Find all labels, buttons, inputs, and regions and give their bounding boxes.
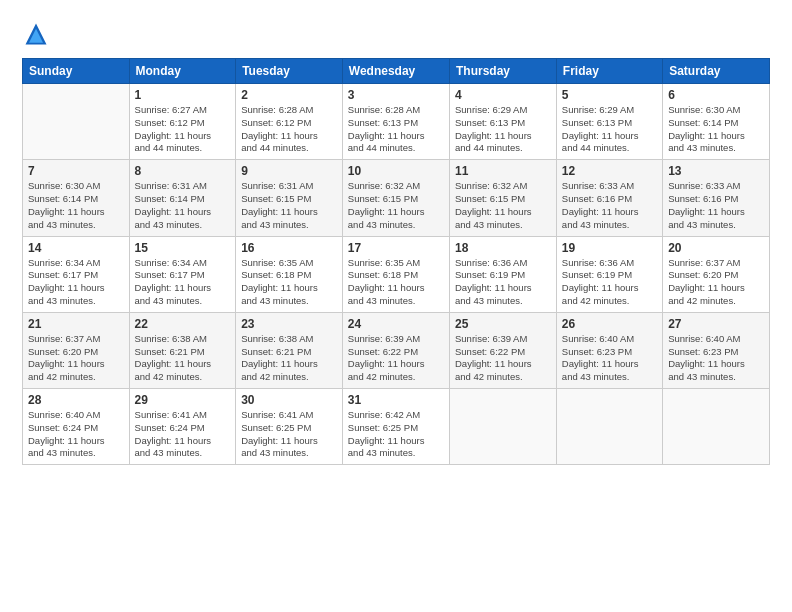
calendar-day bbox=[450, 389, 557, 465]
day-info: Sunrise: 6:27 AM Sunset: 6:12 PM Dayligh… bbox=[135, 104, 231, 155]
day-info: Sunrise: 6:41 AM Sunset: 6:25 PM Dayligh… bbox=[241, 409, 337, 460]
calendar-day: 24Sunrise: 6:39 AM Sunset: 6:22 PM Dayli… bbox=[342, 312, 449, 388]
day-info: Sunrise: 6:40 AM Sunset: 6:24 PM Dayligh… bbox=[28, 409, 124, 460]
day-number: 6 bbox=[668, 88, 764, 102]
day-info: Sunrise: 6:31 AM Sunset: 6:15 PM Dayligh… bbox=[241, 180, 337, 231]
day-info: Sunrise: 6:34 AM Sunset: 6:17 PM Dayligh… bbox=[135, 257, 231, 308]
day-info: Sunrise: 6:37 AM Sunset: 6:20 PM Dayligh… bbox=[28, 333, 124, 384]
day-info: Sunrise: 6:28 AM Sunset: 6:13 PM Dayligh… bbox=[348, 104, 444, 155]
calendar-table: SundayMondayTuesdayWednesdayThursdayFrid… bbox=[22, 58, 770, 465]
calendar-day: 28Sunrise: 6:40 AM Sunset: 6:24 PM Dayli… bbox=[23, 389, 130, 465]
day-info: Sunrise: 6:32 AM Sunset: 6:15 PM Dayligh… bbox=[455, 180, 551, 231]
day-info: Sunrise: 6:28 AM Sunset: 6:12 PM Dayligh… bbox=[241, 104, 337, 155]
calendar-week-3: 14Sunrise: 6:34 AM Sunset: 6:17 PM Dayli… bbox=[23, 236, 770, 312]
day-info: Sunrise: 6:39 AM Sunset: 6:22 PM Dayligh… bbox=[455, 333, 551, 384]
calendar-day: 7Sunrise: 6:30 AM Sunset: 6:14 PM Daylig… bbox=[23, 160, 130, 236]
calendar-week-1: 1Sunrise: 6:27 AM Sunset: 6:12 PM Daylig… bbox=[23, 84, 770, 160]
day-info: Sunrise: 6:31 AM Sunset: 6:14 PM Dayligh… bbox=[135, 180, 231, 231]
day-info: Sunrise: 6:29 AM Sunset: 6:13 PM Dayligh… bbox=[562, 104, 657, 155]
calendar-day: 26Sunrise: 6:40 AM Sunset: 6:23 PM Dayli… bbox=[556, 312, 662, 388]
day-number: 31 bbox=[348, 393, 444, 407]
day-info: Sunrise: 6:30 AM Sunset: 6:14 PM Dayligh… bbox=[668, 104, 764, 155]
day-info: Sunrise: 6:38 AM Sunset: 6:21 PM Dayligh… bbox=[135, 333, 231, 384]
day-number: 3 bbox=[348, 88, 444, 102]
calendar-day: 30Sunrise: 6:41 AM Sunset: 6:25 PM Dayli… bbox=[236, 389, 343, 465]
calendar-day: 16Sunrise: 6:35 AM Sunset: 6:18 PM Dayli… bbox=[236, 236, 343, 312]
day-number: 15 bbox=[135, 241, 231, 255]
calendar-day: 31Sunrise: 6:42 AM Sunset: 6:25 PM Dayli… bbox=[342, 389, 449, 465]
day-number: 12 bbox=[562, 164, 657, 178]
day-info: Sunrise: 6:39 AM Sunset: 6:22 PM Dayligh… bbox=[348, 333, 444, 384]
day-number: 1 bbox=[135, 88, 231, 102]
calendar-day: 25Sunrise: 6:39 AM Sunset: 6:22 PM Dayli… bbox=[450, 312, 557, 388]
calendar-day: 8Sunrise: 6:31 AM Sunset: 6:14 PM Daylig… bbox=[129, 160, 236, 236]
calendar-week-5: 28Sunrise: 6:40 AM Sunset: 6:24 PM Dayli… bbox=[23, 389, 770, 465]
day-number: 2 bbox=[241, 88, 337, 102]
day-number: 19 bbox=[562, 241, 657, 255]
calendar-day: 27Sunrise: 6:40 AM Sunset: 6:23 PM Dayli… bbox=[663, 312, 770, 388]
calendar-day: 2Sunrise: 6:28 AM Sunset: 6:12 PM Daylig… bbox=[236, 84, 343, 160]
day-info: Sunrise: 6:35 AM Sunset: 6:18 PM Dayligh… bbox=[241, 257, 337, 308]
calendar-day: 9Sunrise: 6:31 AM Sunset: 6:15 PM Daylig… bbox=[236, 160, 343, 236]
day-number: 22 bbox=[135, 317, 231, 331]
calendar-day: 22Sunrise: 6:38 AM Sunset: 6:21 PM Dayli… bbox=[129, 312, 236, 388]
calendar-day: 4Sunrise: 6:29 AM Sunset: 6:13 PM Daylig… bbox=[450, 84, 557, 160]
logo-icon bbox=[22, 20, 50, 48]
calendar-header-row: SundayMondayTuesdayWednesdayThursdayFrid… bbox=[23, 59, 770, 84]
day-number: 26 bbox=[562, 317, 657, 331]
calendar-week-4: 21Sunrise: 6:37 AM Sunset: 6:20 PM Dayli… bbox=[23, 312, 770, 388]
day-info: Sunrise: 6:30 AM Sunset: 6:14 PM Dayligh… bbox=[28, 180, 124, 231]
col-header-monday: Monday bbox=[129, 59, 236, 84]
day-number: 4 bbox=[455, 88, 551, 102]
day-info: Sunrise: 6:34 AM Sunset: 6:17 PM Dayligh… bbox=[28, 257, 124, 308]
calendar-day bbox=[23, 84, 130, 160]
day-info: Sunrise: 6:38 AM Sunset: 6:21 PM Dayligh… bbox=[241, 333, 337, 384]
day-info: Sunrise: 6:33 AM Sunset: 6:16 PM Dayligh… bbox=[668, 180, 764, 231]
calendar-day: 3Sunrise: 6:28 AM Sunset: 6:13 PM Daylig… bbox=[342, 84, 449, 160]
day-number: 25 bbox=[455, 317, 551, 331]
calendar-day: 5Sunrise: 6:29 AM Sunset: 6:13 PM Daylig… bbox=[556, 84, 662, 160]
col-header-wednesday: Wednesday bbox=[342, 59, 449, 84]
day-number: 9 bbox=[241, 164, 337, 178]
day-info: Sunrise: 6:36 AM Sunset: 6:19 PM Dayligh… bbox=[562, 257, 657, 308]
calendar-day: 15Sunrise: 6:34 AM Sunset: 6:17 PM Dayli… bbox=[129, 236, 236, 312]
col-header-saturday: Saturday bbox=[663, 59, 770, 84]
col-header-friday: Friday bbox=[556, 59, 662, 84]
calendar-day: 6Sunrise: 6:30 AM Sunset: 6:14 PM Daylig… bbox=[663, 84, 770, 160]
calendar-day: 11Sunrise: 6:32 AM Sunset: 6:15 PM Dayli… bbox=[450, 160, 557, 236]
calendar-day: 23Sunrise: 6:38 AM Sunset: 6:21 PM Dayli… bbox=[236, 312, 343, 388]
calendar-day: 18Sunrise: 6:36 AM Sunset: 6:19 PM Dayli… bbox=[450, 236, 557, 312]
day-number: 11 bbox=[455, 164, 551, 178]
calendar-day: 20Sunrise: 6:37 AM Sunset: 6:20 PM Dayli… bbox=[663, 236, 770, 312]
day-info: Sunrise: 6:40 AM Sunset: 6:23 PM Dayligh… bbox=[668, 333, 764, 384]
day-number: 27 bbox=[668, 317, 764, 331]
calendar-day: 12Sunrise: 6:33 AM Sunset: 6:16 PM Dayli… bbox=[556, 160, 662, 236]
day-number: 17 bbox=[348, 241, 444, 255]
day-number: 7 bbox=[28, 164, 124, 178]
calendar-day bbox=[556, 389, 662, 465]
calendar-day: 1Sunrise: 6:27 AM Sunset: 6:12 PM Daylig… bbox=[129, 84, 236, 160]
day-info: Sunrise: 6:32 AM Sunset: 6:15 PM Dayligh… bbox=[348, 180, 444, 231]
day-number: 8 bbox=[135, 164, 231, 178]
col-header-tuesday: Tuesday bbox=[236, 59, 343, 84]
day-number: 23 bbox=[241, 317, 337, 331]
calendar-day: 10Sunrise: 6:32 AM Sunset: 6:15 PM Dayli… bbox=[342, 160, 449, 236]
day-number: 13 bbox=[668, 164, 764, 178]
calendar-day: 17Sunrise: 6:35 AM Sunset: 6:18 PM Dayli… bbox=[342, 236, 449, 312]
day-number: 21 bbox=[28, 317, 124, 331]
day-number: 10 bbox=[348, 164, 444, 178]
calendar-day: 21Sunrise: 6:37 AM Sunset: 6:20 PM Dayli… bbox=[23, 312, 130, 388]
day-number: 16 bbox=[241, 241, 337, 255]
calendar-week-2: 7Sunrise: 6:30 AM Sunset: 6:14 PM Daylig… bbox=[23, 160, 770, 236]
day-info: Sunrise: 6:35 AM Sunset: 6:18 PM Dayligh… bbox=[348, 257, 444, 308]
day-number: 24 bbox=[348, 317, 444, 331]
calendar-day: 19Sunrise: 6:36 AM Sunset: 6:19 PM Dayli… bbox=[556, 236, 662, 312]
calendar-day: 29Sunrise: 6:41 AM Sunset: 6:24 PM Dayli… bbox=[129, 389, 236, 465]
day-info: Sunrise: 6:41 AM Sunset: 6:24 PM Dayligh… bbox=[135, 409, 231, 460]
day-number: 30 bbox=[241, 393, 337, 407]
calendar-day: 14Sunrise: 6:34 AM Sunset: 6:17 PM Dayli… bbox=[23, 236, 130, 312]
day-number: 18 bbox=[455, 241, 551, 255]
day-number: 20 bbox=[668, 241, 764, 255]
day-info: Sunrise: 6:42 AM Sunset: 6:25 PM Dayligh… bbox=[348, 409, 444, 460]
day-info: Sunrise: 6:36 AM Sunset: 6:19 PM Dayligh… bbox=[455, 257, 551, 308]
